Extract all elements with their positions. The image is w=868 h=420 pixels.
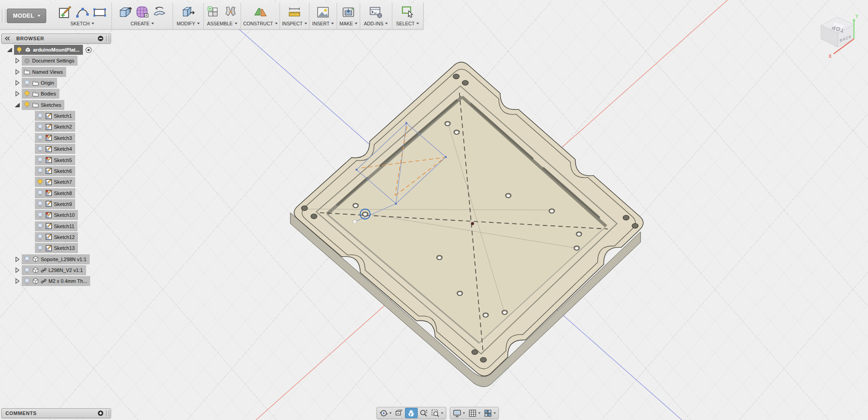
expand-icon[interactable] <box>14 267 20 273</box>
visibility-bulb-off-icon[interactable] <box>24 278 30 285</box>
tree-item-chip[interactable]: Sketches <box>22 100 64 110</box>
expand-icon[interactable] <box>14 80 20 86</box>
browser-row-sketch6[interactable]: Sketch6 <box>27 167 75 176</box>
tree-item-chip[interactable]: Sketch13 <box>35 243 78 253</box>
browser-row-sketch5[interactable]: Sketch5 <box>27 156 75 165</box>
expand-icon[interactable] <box>14 57 20 64</box>
tree-item-chip[interactable]: Sketch7 <box>35 177 75 187</box>
browser-row-sketch3[interactable]: Sketch3 <box>27 134 75 143</box>
visibility-bulb-off-icon[interactable] <box>24 256 30 262</box>
print-3d-icon[interactable] <box>341 5 356 19</box>
spline-icon[interactable] <box>75 5 90 19</box>
browser-row-sketch1[interactable]: Sketch1 <box>27 111 75 120</box>
select-icon[interactable] <box>400 5 415 19</box>
visibility-bulb-off-icon[interactable] <box>37 190 43 196</box>
visibility-bulb-on-icon[interactable] <box>24 91 30 97</box>
browser-row-l298n-v2-v1-1[interactable]: L298N_V2 v1:1 <box>14 266 86 275</box>
create-sketch-icon[interactable] <box>58 5 72 19</box>
grid-snap-icon[interactable] <box>467 408 482 418</box>
insert-image-icon[interactable] <box>316 5 330 19</box>
visibility-bulb-off-icon[interactable] <box>37 157 43 163</box>
expand-icon[interactable] <box>14 69 20 75</box>
revolve-icon[interactable] <box>152 5 167 19</box>
modify-menu[interactable]: MODIFY <box>177 21 200 26</box>
expand-icon[interactable] <box>14 256 20 262</box>
visibility-bulb-off-icon[interactable] <box>37 113 43 119</box>
visibility-bulb-on-icon[interactable] <box>16 47 23 53</box>
press-pull-icon[interactable] <box>181 5 195 19</box>
browser-drag-grip[interactable] <box>106 35 109 42</box>
tree-item-chip[interactable]: Sketch10 <box>35 210 78 220</box>
visibility-bulb-off-icon[interactable] <box>37 124 43 130</box>
extrude-icon[interactable] <box>118 5 132 19</box>
measure-icon[interactable] <box>287 5 302 19</box>
construction-plane-icon[interactable] <box>253 5 268 19</box>
new-component-icon[interactable] <box>206 5 221 19</box>
insert-menu[interactable]: INSERT <box>312 21 334 26</box>
sketch-endpoint[interactable] <box>353 220 357 224</box>
add-comment-icon[interactable] <box>97 410 104 416</box>
tree-item-chip[interactable]: Named Views <box>22 67 66 77</box>
browser-row-sketch10[interactable]: Sketch10 <box>27 210 78 220</box>
browser-row-sketch9[interactable]: Sketch9 <box>27 200 75 209</box>
sketch-menu[interactable]: SKETCH <box>70 21 94 26</box>
joint-icon[interactable] <box>223 5 238 19</box>
select-menu[interactable]: SELECT <box>396 21 419 26</box>
tree-item-chip[interactable]: M2 x 0.4mm Th... <box>22 276 90 286</box>
visibility-bulb-on-icon[interactable] <box>37 179 43 186</box>
browser-row-sketch4[interactable]: Sketch4 <box>27 144 75 153</box>
zoom-window-icon[interactable] <box>429 408 445 418</box>
tree-item-chip[interactable]: Sketch9 <box>35 199 75 209</box>
browser-row-arduinomountplat[interactable]: arduinoMountPlat... <box>6 45 92 54</box>
tree-item-chip[interactable]: Sketch6 <box>35 166 75 176</box>
view-cube[interactable]: TOP BACK Y X <box>815 7 868 62</box>
browser-row-soporte-l298n-v1-1[interactable]: Soporte_L298N v1:1 <box>14 255 90 264</box>
create-menu[interactable]: CREATE <box>130 21 154 26</box>
browser-row-sketch8[interactable]: Sketch8 <box>27 189 75 198</box>
browser-row-sketch7[interactable]: Sketch7 <box>27 177 75 186</box>
make-menu[interactable]: MAKE <box>339 21 357 26</box>
tree-item-chip[interactable]: Sketch8 <box>35 188 75 198</box>
visibility-bulb-off-icon[interactable] <box>37 167 43 174</box>
rectangle-icon[interactable] <box>92 5 107 19</box>
tree-item-chip[interactable]: Sketch4 <box>35 144 75 154</box>
viewport-canvas[interactable] <box>0 0 868 420</box>
visibility-bulb-off-icon[interactable] <box>37 146 43 153</box>
tree-item-chip[interactable]: Sketch3 <box>35 133 75 143</box>
browser-row-bodies[interactable]: Bodies <box>14 89 59 98</box>
remove-panel-icon[interactable] <box>97 35 104 42</box>
zoom-icon[interactable] <box>418 408 429 418</box>
construct-menu[interactable]: CONSTRUCT <box>243 21 278 26</box>
collapse-icon[interactable] <box>14 102 20 108</box>
visibility-bulb-off-icon[interactable] <box>37 212 43 219</box>
tree-item-chip[interactable]: arduinoMountPlat... <box>14 45 83 55</box>
toolbar-grip[interactable] <box>2 9 5 23</box>
look-at-icon[interactable] <box>393 408 405 418</box>
display-settings-icon[interactable] <box>451 408 467 418</box>
tree-item-chip[interactable]: Sketch2 <box>35 122 75 132</box>
assemble-menu[interactable]: ASSEMBLE <box>207 21 237 26</box>
tree-item-chip[interactable]: Origin <box>22 78 57 88</box>
addins-menu[interactable]: ADD-INS <box>364 21 388 26</box>
collapse-panel-icon[interactable] <box>4 35 10 42</box>
visibility-bulb-off-icon[interactable] <box>37 245 43 252</box>
orbit-icon[interactable] <box>378 408 393 418</box>
tree-item-chip[interactable]: Document Settings <box>22 56 77 66</box>
tree-item-chip[interactable]: Sketch1 <box>35 111 75 121</box>
collapse-icon[interactable] <box>6 47 13 53</box>
browser-row-origin[interactable]: Origin <box>14 78 57 87</box>
browser-row-sketches[interactable]: Sketches <box>14 100 64 110</box>
browser-row-named-views[interactable]: Named Views <box>14 67 66 76</box>
browser-row-sketch13[interactable]: Sketch13 <box>27 243 78 253</box>
tree-item-chip[interactable]: Bodies <box>22 89 59 99</box>
comments-drag-grip[interactable] <box>106 410 109 416</box>
visibility-bulb-off-icon[interactable] <box>37 234 43 240</box>
browser-row-sketch12[interactable]: Sketch12 <box>27 233 78 242</box>
visibility-bulb-off-icon[interactable] <box>37 200 43 207</box>
visibility-bulb-on-icon[interactable] <box>24 101 30 108</box>
tree-item-chip[interactable]: L298N_V2 v1:1 <box>22 265 86 275</box>
browser-row-m2-x-0-4mm-th[interactable]: M2 x 0.4mm Th... <box>14 277 90 286</box>
inspect-menu[interactable]: INSPECT <box>282 21 307 26</box>
expand-icon[interactable] <box>14 91 20 97</box>
form-icon[interactable] <box>135 5 149 19</box>
